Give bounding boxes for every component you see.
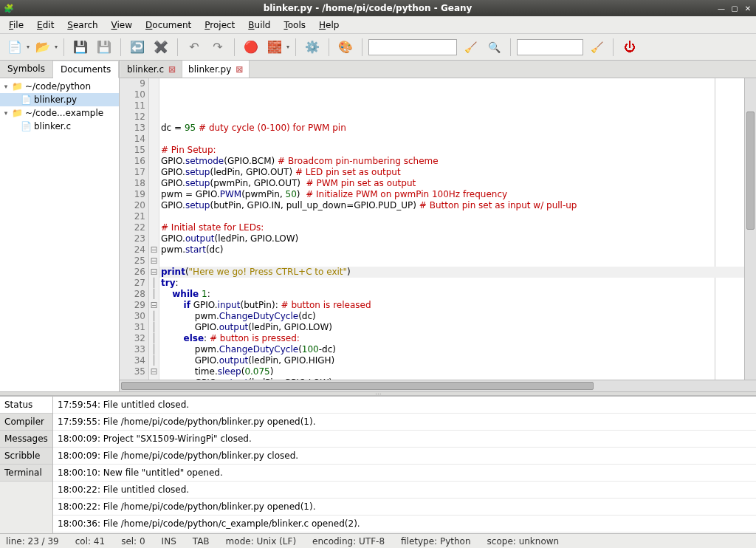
find-button[interactable]: 🧹 (460, 37, 481, 58)
reload-button[interactable]: ↩️ (127, 37, 148, 58)
status-scope: scope: unknown (487, 536, 560, 547)
editor-area: blinker.c⊠blinker.py⊠ 910111213141516171… (120, 61, 756, 391)
status-line: line: 23 / 39 (6, 536, 59, 547)
message-row[interactable]: 17:59:55: File /home/pi/code/python/blin… (53, 414, 756, 431)
file-tab[interactable]: blinker.py⊠ (182, 61, 250, 78)
code-line[interactable]: GPIO.output(ledPin, GPIO.LOW) (159, 233, 744, 244)
code-line[interactable] (159, 256, 744, 267)
code-line[interactable]: pwm.ChangeDutyCycle(100-dc) (159, 344, 744, 355)
code-line[interactable]: GPIO.setup(ledPin, GPIO.OUT) # LED pin s… (159, 167, 744, 178)
message-tab-compiler[interactable]: Compiler (0, 414, 52, 431)
file-tab[interactable]: blinker.c⊠ (121, 61, 182, 78)
code-line[interactable]: try: (159, 278, 744, 289)
code-line[interactable]: pwm.start(dc) (159, 244, 744, 256)
tab-documents[interactable]: Documents (53, 61, 119, 78)
open-file-dropdown[interactable]: ▾ (55, 44, 58, 50)
code-editor[interactable]: 9101112131415161718192021222324252627282… (120, 78, 756, 380)
menu-build[interactable]: Build (242, 18, 276, 32)
maximize-button[interactable]: ▢ (729, 3, 740, 13)
code-content[interactable]: dc = 95 # duty cycle (0-100) for PWM pin… (159, 78, 744, 380)
code-line[interactable]: print("Here we go! Press CTRL+C to exit"… (159, 267, 744, 278)
new-file-button[interactable]: 📄 (4, 37, 25, 58)
horizontal-scrollbar[interactable] (120, 380, 756, 391)
save-button[interactable]: 💾 (70, 37, 91, 58)
code-line[interactable]: # Pin Setup: (159, 145, 744, 156)
scrollbar-thumb[interactable] (121, 382, 594, 390)
color-chooser-button[interactable]: 🎨 (335, 37, 356, 58)
menu-project[interactable]: Project (199, 18, 241, 32)
menu-search[interactable]: Search (61, 18, 103, 32)
menu-file[interactable]: File (3, 18, 30, 32)
tree-file[interactable]: 📄blinker.py (0, 93, 119, 106)
code-line[interactable]: while 1: (159, 289, 744, 300)
code-line[interactable] (159, 134, 744, 145)
undo-button[interactable]: ↶ (184, 37, 205, 58)
search-button[interactable]: 🔍 (484, 37, 504, 58)
message-tab-messages[interactable]: Messages (0, 431, 52, 448)
scrollbar-thumb[interactable] (746, 112, 755, 230)
code-line[interactable]: time.sleep(0.075) (159, 366, 744, 377)
tab-symbols[interactable]: Symbols (0, 61, 53, 78)
message-row[interactable]: 17:59:54: File untitled closed. (53, 397, 756, 414)
code-line[interactable]: if GPIO.input(butPin): # button is relea… (159, 300, 744, 311)
vertical-scrollbar[interactable] (744, 78, 756, 380)
close-icon[interactable]: ⊠ (168, 64, 176, 75)
run-button[interactable]: ⚙️ (302, 37, 323, 58)
new-file-dropdown[interactable]: ▾ (27, 44, 30, 50)
app-icon: 🧩 (3, 2, 15, 14)
window-title: blinker.py - /home/pi/code/python - Gean… (19, 3, 716, 13)
open-file-button[interactable]: 📂 (32, 37, 53, 58)
code-line[interactable]: pwm = GPIO.PWM(pwmPin, 50) # Initialize … (159, 189, 744, 200)
minimize-button[interactable]: — (716, 3, 726, 13)
fold-column[interactable]: ⊟⊟⊟││⊟│││││⊟ (149, 78, 159, 380)
message-tabs: StatusCompilerMessagesScribbleTerminal (0, 397, 53, 533)
message-row[interactable]: 18:00:09: Project "SX1509-WiringPi" clos… (53, 431, 756, 448)
code-line[interactable]: else: # button is pressed: (159, 333, 744, 344)
code-line[interactable]: pwm.ChangeDutyCycle(dc) (159, 311, 744, 322)
jump-button[interactable]: 🧹 (586, 37, 607, 58)
close-window-button[interactable]: ✕ (743, 3, 753, 13)
message-row[interactable]: 18:00:22: File /home/pi/code/python/blin… (53, 499, 756, 516)
line-number-gutter: 9101112131415161718192021222324252627282… (120, 78, 149, 380)
message-tab-terminal[interactable]: Terminal (0, 465, 52, 482)
close-icon[interactable]: ⊠ (236, 64, 243, 75)
code-line[interactable]: GPIO.setmode(GPIO.BCM) # Broadcom pin-nu… (159, 156, 744, 167)
message-body[interactable]: 17:59:54: File untitled closed.17:59:55:… (53, 397, 756, 533)
redo-button[interactable]: ↷ (207, 37, 228, 58)
build-button[interactable]: 🧱 (264, 37, 285, 58)
code-line[interactable]: GPIO.output(ledPin, GPIO.LOW) (159, 322, 744, 333)
message-row[interactable]: 18:00:10: New file "untitled" opened. (53, 465, 756, 482)
tree-folder[interactable]: ▾📁~/code/python (0, 80, 119, 93)
quit-button[interactable]: ⏻ (619, 37, 640, 58)
menu-tools[interactable]: Tools (278, 18, 312, 32)
message-row[interactable]: 18:00:22: File untitled closed. (53, 482, 756, 499)
save-all-button[interactable]: 💾 (94, 37, 114, 58)
code-line[interactable] (159, 112, 744, 123)
code-line[interactable]: GPIO.output(ledPin, GPIO.HIGH) (159, 355, 744, 366)
toolbar: 📄▾ 📂▾ 💾 💾 ↩️ ✖️ ↶ ↷ 🔴 🧱▾ ⚙️ 🎨 🧹 🔍 🧹 ⏻ (0, 34, 756, 61)
tree-folder[interactable]: ▾📁~/code...example (0, 106, 119, 120)
code-line[interactable]: GPIO.setup(pwmPin, GPIO.OUT) # PWM pin s… (159, 178, 744, 189)
status-bar: line: 23 / 39 col: 41 sel: 0 INS TAB mod… (0, 533, 756, 548)
tree-file[interactable]: 📄blinker.c (0, 120, 119, 133)
code-line[interactable] (159, 211, 744, 222)
message-row[interactable]: 18:00:36: File /home/pi/code/python/c_ex… (53, 516, 756, 532)
status-col: col: 41 (75, 536, 105, 547)
menu-document[interactable]: Document (140, 18, 197, 32)
code-line[interactable]: GPIO.setup(butPin, GPIO.IN, pull_up_down… (159, 200, 744, 211)
code-line[interactable]: dc = 95 # duty cycle (0-100) for PWM pin (159, 123, 744, 134)
close-file-button[interactable]: ✖️ (151, 37, 171, 58)
build-dropdown[interactable]: ▾ (286, 44, 289, 50)
message-tab-status[interactable]: Status (0, 397, 52, 414)
menu-view[interactable]: View (106, 18, 138, 32)
document-tree[interactable]: ▾📁~/code/python📄blinker.py▾📁~/code...exa… (0, 78, 119, 391)
goto-line-input[interactable] (368, 39, 457, 55)
menu-edit[interactable]: Edit (31, 18, 60, 32)
file-tab-label: blinker.py (188, 64, 231, 75)
compile-button[interactable]: 🔴 (241, 37, 261, 58)
code-line[interactable]: # Initial state for LEDs: (159, 222, 744, 233)
message-row[interactable]: 18:00:09: File /home/pi/code/python/blin… (53, 448, 756, 465)
menu-help[interactable]: Help (313, 18, 345, 32)
message-tab-scribble[interactable]: Scribble (0, 448, 52, 465)
jump-input[interactable] (517, 39, 583, 55)
